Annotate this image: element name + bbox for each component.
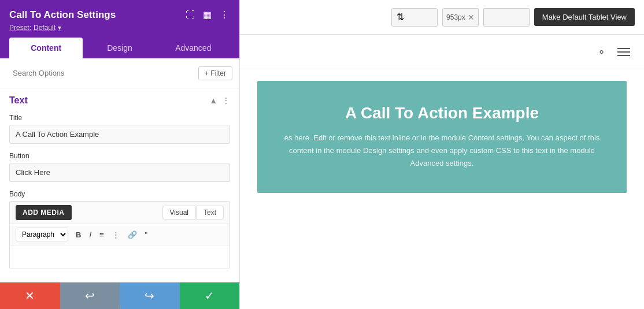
panel-body: Text ▲ ⋮ Title Button Body — [0, 88, 239, 282]
panel-header-icons: ⛶ ▦ ⋮ — [184, 8, 230, 21]
text-tab[interactable]: Text — [196, 206, 224, 219]
panel-search: + Filter — [0, 58, 239, 88]
preset-value[interactable]: Default — [34, 24, 55, 32]
panel-header: Call To Action Settings ⛶ ▦ ⋮ Preset: De… — [0, 0, 239, 58]
bold-button[interactable]: B — [73, 229, 84, 241]
section-more-button[interactable]: ⋮ — [222, 96, 230, 105]
body-editor: ADD MEDIA Visual Text Paragraph B I ≡ — [9, 201, 230, 269]
main-area: ⇅ 953px ✕ Make Default Tablet View ⚬ A C… — [0, 0, 644, 309]
clear-width-button[interactable]: ✕ — [468, 13, 475, 22]
view-select[interactable]: ⇅ — [391, 8, 438, 27]
panel-tabs: Content Design Advanced — [9, 38, 230, 58]
title-input[interactable] — [9, 125, 230, 144]
hamburger-menu-icon[interactable] — [617, 48, 630, 56]
editor-topbar: ADD MEDIA Visual Text — [10, 202, 230, 224]
button-label: Button — [9, 152, 230, 160]
resize-handle[interactable] — [111, 304, 128, 309]
cta-title: A Call To Action Example — [275, 104, 609, 122]
settings-panel: Call To Action Settings ⛶ ▦ ⋮ Preset: De… — [0, 0, 240, 309]
unordered-list-button[interactable]: ≡ — [97, 229, 107, 241]
paragraph-select[interactable]: Paragraph — [16, 228, 68, 241]
width-value: 953px — [446, 13, 465, 21]
make-default-button[interactable]: Make Default Tablet View — [534, 8, 635, 26]
page-content: ⚬ A Call To Action Example es here. Edit… — [240, 35, 644, 309]
tab-advanced[interactable]: Advanced — [157, 38, 230, 58]
tab-design[interactable]: Design — [83, 38, 156, 58]
editor-content[interactable] — [10, 245, 230, 269]
page-nav: ⚬ — [240, 35, 644, 69]
section-header-icons: ▲ ⋮ — [209, 96, 230, 105]
text-section-header: Text ▲ ⋮ — [9, 95, 230, 106]
height-input[interactable] — [483, 8, 530, 27]
toolbar: ⇅ 953px ✕ Make Default Tablet View — [240, 0, 644, 35]
section-title: Text — [9, 95, 28, 106]
cancel-button[interactable]: ✕ — [0, 282, 60, 309]
visual-tab[interactable]: Visual — [162, 206, 196, 219]
redo-button[interactable]: ↪ — [120, 282, 180, 309]
link-button[interactable]: 🔗 — [125, 229, 140, 241]
tab-content[interactable]: Content — [9, 38, 83, 58]
editor-view-tabs: Visual Text — [162, 206, 224, 219]
blockquote-button[interactable]: " — [142, 229, 151, 241]
more-options-icon[interactable]: ⋮ — [219, 8, 230, 21]
italic-button[interactable]: I — [86, 229, 94, 241]
body-label: Body — [9, 190, 230, 198]
panel-header-top: Call To Action Settings ⛶ ▦ ⋮ — [9, 8, 230, 21]
columns-icon[interactable]: ▦ — [202, 8, 213, 21]
panel-preset: Preset: Default ▾ — [9, 24, 230, 32]
button-input[interactable] — [9, 163, 230, 182]
add-media-button[interactable]: ADD MEDIA — [16, 205, 72, 220]
button-field-group: Button — [9, 152, 230, 182]
search-input[interactable] — [7, 64, 194, 82]
ordered-list-button[interactable]: ⋮ — [109, 229, 123, 241]
cta-section: A Call To Action Example es here. Edit o… — [257, 81, 627, 193]
chevron-up-down-icon: ⇅ — [397, 12, 404, 23]
cta-body: es here. Edit or remove this text inline… — [283, 132, 601, 170]
body-field-group: Body ADD MEDIA Visual Text Paragraph — [9, 190, 230, 269]
filter-button[interactable]: + Filter — [198, 66, 232, 80]
preset-label: Preset: — [9, 24, 31, 32]
title-field-group: Title — [9, 114, 230, 144]
collapse-section-button[interactable]: ▲ — [209, 96, 217, 105]
title-label: Title — [9, 114, 230, 122]
fullscreen-icon[interactable]: ⛶ — [184, 9, 196, 21]
width-input[interactable]: 953px ✕ — [442, 8, 479, 27]
panel-title: Call To Action Settings — [9, 9, 116, 21]
search-icon[interactable]: ⚬ — [597, 46, 606, 58]
preset-chevron-icon: ▾ — [58, 24, 61, 32]
editor-toolbar: Paragraph B I ≡ ⋮ 🔗 " — [10, 224, 230, 245]
save-button[interactable]: ✓ — [180, 282, 240, 309]
